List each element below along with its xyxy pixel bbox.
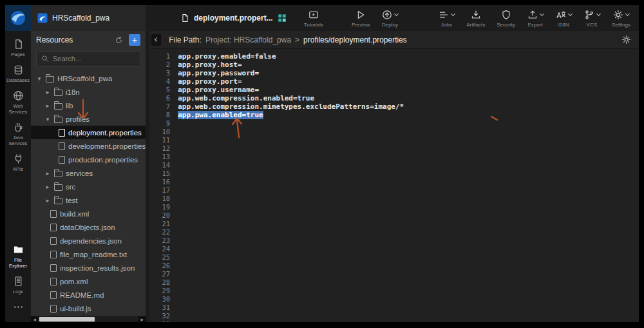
dashboard-grid-icon[interactable] <box>278 14 287 23</box>
tree-file-dataObjects.json[interactable]: dataObjects.json <box>31 220 146 234</box>
tool-artifacts[interactable]: Artifacts <box>460 9 491 28</box>
tree-file-production.properties[interactable]: production.properties <box>31 153 146 166</box>
add-resource-button[interactable]: + <box>129 34 140 46</box>
app-logo[interactable] <box>5 5 31 31</box>
code-line-18[interactable]: 18 <box>149 195 639 203</box>
scroll-left-button[interactable]: ◀ <box>31 316 38 322</box>
code-line-22[interactable]: 22 <box>149 228 639 236</box>
code-line-16[interactable]: 16 <box>149 178 639 186</box>
tool-settings[interactable]: Settings <box>606 9 636 28</box>
tree-folder-services[interactable]: ▸services <box>31 166 146 180</box>
code-line-27[interactable]: 27 <box>149 270 639 278</box>
code-line-29[interactable]: 29 <box>149 287 639 295</box>
sidebar-item-logs[interactable]: Logs <box>5 273 31 298</box>
file-tab[interactable]: deployment.propert... <box>180 5 287 31</box>
tree-folder-profiles[interactable]: ▾profiles <box>31 112 146 126</box>
tree-item-label: services <box>66 169 93 177</box>
code-line-32[interactable]: 32 <box>149 312 639 320</box>
code-line-12[interactable]: 12 <box>149 144 639 153</box>
sidebar-item-more[interactable] <box>5 298 31 318</box>
tree-file-build.xml[interactable]: build.xml <box>31 207 146 220</box>
code-line-7[interactable]: 7app.web.compression.mimetypes.excludePa… <box>149 102 639 111</box>
chevron-down-icon[interactable]: ▾ <box>36 75 43 82</box>
tool-jobs[interactable]: Jobs <box>432 9 460 28</box>
code-line-15[interactable]: 15 <box>149 169 639 178</box>
chevron-right-icon[interactable]: ▸ <box>44 184 51 190</box>
tool-i18n[interactable]: I18N <box>549 9 578 28</box>
collapse-panel-button[interactable] <box>151 34 161 46</box>
editor-settings-gear-icon[interactable] <box>621 35 631 44</box>
tool-export[interactable]: Export <box>521 9 549 28</box>
tree-file-file_map_readme.txt[interactable]: file_map_readme.txt <box>31 247 146 261</box>
chevron-right-icon[interactable]: ▸ <box>44 89 51 95</box>
code-line-9[interactable]: 9 <box>149 119 639 128</box>
resources-panel: Resources + ▾HRScaffold_pwa▸i18n▸lib▾pro… <box>31 31 149 322</box>
sidebar-item-pages[interactable]: Pages <box>5 35 31 61</box>
code-line-6[interactable]: 6app.web.compression.enabled=true <box>149 94 639 102</box>
tree-file-README.md[interactable]: README.md <box>31 288 146 302</box>
tool-security[interactable]: Security <box>491 9 521 28</box>
code-line-3[interactable]: 3app.proxy.password= <box>149 69 639 77</box>
code-line-10[interactable]: 10 <box>149 128 639 136</box>
tree-folder-test[interactable]: ▸test <box>31 193 146 207</box>
refresh-icon[interactable] <box>115 36 123 44</box>
chevron-right-icon[interactable]: ▸ <box>44 197 51 204</box>
code-line-1[interactable]: 1app.proxy.enabled=false <box>149 52 639 61</box>
tree-file-deployment.properties[interactable]: deployment.properties <box>31 126 146 139</box>
search-input[interactable] <box>53 55 125 63</box>
code-line-14[interactable]: 14 <box>149 161 639 169</box>
code-line-31[interactable]: 31 <box>149 304 639 312</box>
code-editor[interactable]: 1app.proxy.enabled=false2app.proxy.host=… <box>149 49 639 322</box>
folder-icon <box>54 198 62 204</box>
line-number: 24 <box>149 245 178 253</box>
tree-file-dependencies.json[interactable]: dependencies.json <box>31 234 146 247</box>
sidebar-item-label: Databases <box>6 77 30 83</box>
code-line-26[interactable]: 26 <box>149 262 639 270</box>
scrollbar-thumb[interactable] <box>39 317 95 322</box>
tree-file-inspection_results.json[interactable]: inspection_results.json <box>31 261 146 275</box>
code-line-20[interactable]: 20 <box>149 211 639 220</box>
scrollbar-track[interactable] <box>38 316 138 322</box>
sidebar-item-file-explorer[interactable]: File Explorer <box>5 241 31 273</box>
scroll-right-button[interactable]: ▶ <box>138 316 146 322</box>
code-line-24[interactable]: 24 <box>149 245 639 253</box>
code-line-21[interactable]: 21 <box>149 220 639 228</box>
code-line-17[interactable]: 17 <box>149 186 639 195</box>
code-line-19[interactable]: 19 <box>149 203 639 211</box>
tree-file-ui-build.js[interactable]: ui-build.js <box>31 302 146 315</box>
pages-icon <box>13 39 24 50</box>
sidebar-item-java-services[interactable]: Java Services <box>5 119 31 150</box>
sidebar-item-apis[interactable]: APIs <box>5 150 31 176</box>
chevron-right-icon[interactable]: ▸ <box>44 170 51 177</box>
code-line-4[interactable]: 4app.proxy.port= <box>149 77 639 86</box>
sidebar-item-databases[interactable]: Databases <box>5 61 31 87</box>
code-line-8[interactable]: 8app.pwa.enabled=true <box>149 111 639 119</box>
code-line-28[interactable]: 28 <box>149 278 639 287</box>
tool-vcs[interactable]: VCS <box>578 9 606 28</box>
top-bar: HRScaffold_pwa deployment.propert... Tut… <box>5 5 639 31</box>
tree-folder-HRScaffold_pwa[interactable]: ▾HRScaffold_pwa <box>31 72 146 85</box>
project-selector[interactable]: HRScaffold_pwa <box>31 5 146 31</box>
sidebar-item-label: APIs <box>13 166 23 172</box>
tree-file-pom.xml[interactable]: pom.xml <box>31 275 146 288</box>
tree-folder-src[interactable]: ▸src <box>31 180 146 193</box>
code-line-2[interactable]: 2app.proxy.host= <box>149 61 639 69</box>
file-icon <box>50 251 57 258</box>
chevron-down-icon[interactable]: ▾ <box>44 116 51 122</box>
resources-header: Resources + <box>31 31 146 49</box>
code-line-11[interactable]: 11 <box>149 136 639 144</box>
tool-tutorials[interactable]: Tutorials <box>298 9 329 28</box>
code-line-13[interactable]: 13 <box>149 153 639 161</box>
chevron-right-icon[interactable]: ▸ <box>44 102 51 109</box>
tool-preview[interactable]: Preview <box>346 9 375 28</box>
code-line-25[interactable]: 25 <box>149 253 639 262</box>
tree-folder-i18n[interactable]: ▸i18n <box>31 85 146 99</box>
sidebar-item-web-services[interactable]: Web Services <box>5 87 31 119</box>
code-line-30[interactable]: 30 <box>149 295 639 304</box>
code-line-33[interactable]: 33 <box>149 320 639 322</box>
tool-deploy[interactable]: Deploy <box>376 9 404 28</box>
tree-file-development.properties[interactable]: development.properties <box>31 139 146 153</box>
code-line-23[interactable]: 23 <box>149 236 639 245</box>
code-line-5[interactable]: 5app.proxy.username= <box>149 86 639 94</box>
tree-folder-lib[interactable]: ▸lib <box>31 99 146 112</box>
